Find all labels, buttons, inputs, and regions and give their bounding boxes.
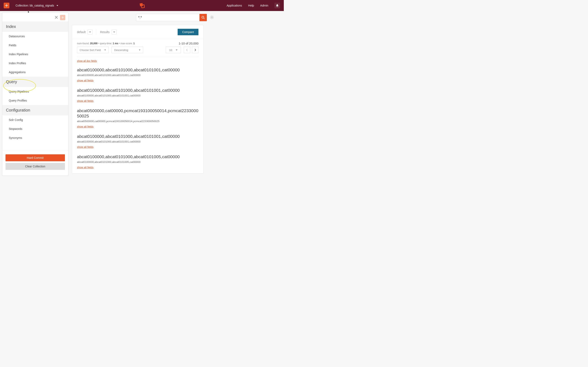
next-page-button[interactable] [192,47,199,53]
topbar: Collection: bb_catalog_signals Applicati… [0,0,284,11]
sidebar-item-index-profiles[interactable]: Index Profiles [2,59,68,68]
sort-order-select[interactable]: Descending [112,47,143,53]
svg-point-2 [202,16,204,18]
search-input[interactable] [136,14,200,21]
result-doc: abcat0100000,abcat0101000,abcat0101005,c… [72,153,203,173]
sidebar-panel: Index Datasources Fields Index Pipelines… [2,13,68,176]
doc-title: abcat0100000,abcat0101000,abcat0101005,c… [77,154,199,159]
chevron-down-icon [57,5,58,6]
sort-field-select[interactable]: Choose Sort Field [77,47,109,53]
sidebar-item-query-profiles[interactable]: Query Profiles [2,96,68,105]
close-icon [55,16,58,19]
per-page-value: 10 [169,49,172,52]
collection-selector[interactable]: Collection: bb_catalog_signals [16,4,58,7]
doc-subtitle: abcat0100000,abcat0101000,abcat0101001,c… [77,74,199,77]
doc-subtitle: abcat0100000,abcat0101000,abcat0101001,c… [77,94,199,97]
result-doc: abcat0100000,abcat0101000,abcat0101001,c… [72,66,203,86]
sort-field-placeholder: Choose Sort Field [80,49,101,52]
section-index: Index [2,21,68,32]
view-dropdown[interactable] [112,30,117,34]
result-doc: abcat0100000,abcat0101000,abcat0101001,c… [72,86,203,107]
main: default Results Compare num-found: 20,00… [72,14,278,174]
result-doc: abcat0100000,abcat0101000,abcat0101001,c… [72,133,203,153]
compare-button[interactable]: Compare [178,29,199,35]
view-label: Results [100,30,110,34]
logo [139,2,145,9]
sidebar-item-synonyms[interactable]: Synonyms [2,133,68,142]
doc-title: abcat0100000,abcat0101000,abcat0101001,c… [77,88,199,93]
chevron-down-icon [89,32,91,33]
chevron-right-icon [194,49,196,51]
bell-icon [276,4,279,7]
chevron-down-icon [139,50,140,50]
chevron-down-icon [176,50,177,50]
sidebar-item-stopwords[interactable]: Stopwords [2,124,68,133]
search-button[interactable] [199,14,207,21]
nav-admin[interactable]: Admin [260,4,268,7]
sidebar-item-index-pipelines[interactable]: Index Pipelines [2,50,68,59]
show-all-doc-fields-link[interactable]: show all doc fields [77,59,97,62]
show-all-fields-link[interactable]: show all fields [77,145,94,149]
svg-point-3 [211,17,213,18]
stats-text: num-found: 20,000 • query-time: 1 ms • m… [77,42,135,45]
panel-add-button[interactable] [60,15,65,20]
prev-page-button[interactable] [184,47,190,53]
pipeline-label: default [77,30,86,34]
doc-subtitle: abcat0100000,abcat0101000,abcat0101001,c… [77,140,199,143]
sidebar-item-query-pipelines[interactable]: Query Pipelines [2,87,68,96]
nav-applications[interactable]: Applications [227,4,242,7]
chevron-down-icon [113,32,115,33]
show-all-fields-link[interactable]: show all fields [77,79,94,82]
gear-icon [210,16,214,19]
per-page-select[interactable]: 10 [166,47,181,53]
sidebar-item-datasources[interactable]: Datasources [2,32,68,41]
doc-title: abcat0100000,abcat0101000,abcat0101001,c… [77,67,199,72]
doc-title: abcat0500000,cat00000,pcmcat193100050014… [77,108,199,118]
plus-icon [5,4,8,7]
sort-order-placeholder: Descending [114,49,128,52]
doc-subtitle: abcat0500000,cat00000,pcmcat193100050014… [77,120,199,123]
collection-label: Collection: bb_catalog_signals [16,4,54,7]
svg-rect-1 [141,4,145,8]
search-icon [201,16,205,19]
add-button[interactable] [4,3,9,8]
doc-subtitle: abcat0100000,abcat0101000,abcat0101005,c… [77,160,199,164]
show-all-fields-link[interactable]: show all fields [77,125,94,128]
clear-collection-button[interactable]: Clear Collection [6,163,65,170]
sidebar-item-solr-config[interactable]: Solr Config [2,115,68,124]
sidebar-item-aggregations[interactable]: Aggregations [2,68,68,77]
settings-button[interactable] [210,16,214,20]
chevron-down-icon [104,50,106,50]
sidebar-item-fields[interactable]: Fields [2,41,68,50]
plus-icon [61,16,64,19]
show-all-fields-link[interactable]: show all fields [77,166,94,169]
section-query: Query [2,77,68,87]
nav-help[interactable]: Help [248,4,254,7]
results-range: 1-10 of 20,000 [179,42,199,45]
hard-commit-button[interactable]: Hard Commit [6,154,65,161]
result-doc: abcat0500000,cat00000,pcmcat193100050014… [72,107,203,132]
section-configuration: Configuration [2,105,68,115]
notifications-button[interactable] [274,3,280,8]
chevron-left-icon [186,49,188,51]
nav-right: Applications Help Admin [227,3,280,8]
doc-title: abcat0100000,abcat0101000,abcat0101001,c… [77,134,199,139]
show-all-fields-link[interactable]: show all fields [77,99,94,102]
close-button[interactable] [55,15,58,20]
pipeline-dropdown[interactable] [87,30,93,34]
results-panel: default Results Compare num-found: 20,00… [72,25,204,174]
